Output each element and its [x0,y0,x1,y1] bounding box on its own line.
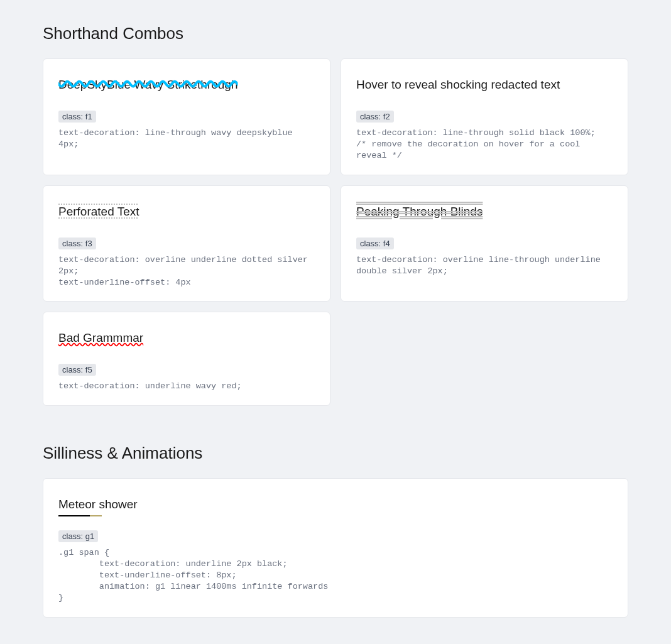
css-block-f4: text-decoration: overline line-through u… [356,254,613,277]
shorthand-grid: DeepSkyBlue Wavy Strikethrough class: f1… [43,58,628,406]
css-block-f2: text-decoration: line-through solid blac… [356,128,613,162]
demo-text-f2: Hover to reveal shocking redacted text [356,78,560,92]
demo-text-f3: Perforated Text [58,205,139,219]
card-f5: Bad Grammmar class: f5 text-decoration: … [43,312,330,405]
class-tag-f2: class: f2 [356,111,394,123]
demo-text-f4: Peaking Through Blinds [356,205,483,219]
css-block-f5: text-decoration: underline wavy red; [58,381,315,392]
class-tag-f4: class: f4 [356,237,394,249]
css-block-g1: .g1 span { text-decoration: underline 2p… [58,547,613,604]
class-tag-f1: class: f1 [58,111,96,123]
card-f3: Perforated Text class: f3 text-decoratio… [43,185,330,302]
silliness-grid: Meteor shower class: g1 .g1 span { text-… [43,478,628,618]
section-title-silliness: Silliness & Animations [43,444,628,463]
css-block-f3: text-decoration: overline underline dott… [58,254,315,289]
class-tag-f3: class: f3 [58,237,96,249]
demo-text-g1: Meteor shower [58,498,138,511]
section-title-shorthand: Shorthand Combos [43,24,628,43]
card-g1: Meteor shower class: g1 .g1 span { text-… [43,478,628,618]
class-tag-f5: class: f5 [58,364,96,376]
class-tag-g1: class: g1 [58,530,98,542]
css-block-f1: text-decoration: line-through wavy deeps… [58,128,315,150]
card-f4: Peaking Through Blinds class: f4 text-de… [341,185,628,302]
card-f2: Hover to reveal shocking redacted text c… [341,58,628,175]
demo-text-f5: Bad Grammmar [58,331,143,345]
demo-text-f1: DeepSkyBlue Wavy Strikethrough [58,78,237,92]
card-f1: DeepSkyBlue Wavy Strikethrough class: f1… [43,58,330,175]
